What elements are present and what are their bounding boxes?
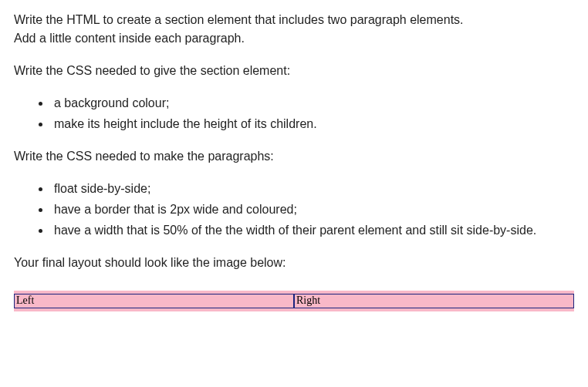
list-item: have a border that is 2px wide and colou… [51,200,574,219]
list-item: float side-by-side; [51,180,574,198]
demo-wrapper: Left Right [14,286,574,311]
section-css-intro: Write the CSS needed to give the section… [14,62,574,80]
para-css-intro: Write the CSS needed to make the paragra… [14,147,574,166]
section-css-list: a background colour; make its height inc… [14,94,574,133]
list-item: make its height include the height of it… [51,115,574,133]
list-item: have a width that is 50% of the the widt… [51,221,574,240]
intro-line-2: Add a little content inside each paragra… [14,32,245,45]
demo-paragraph-right: Right [294,294,574,308]
intro-line-1: Write the HTML to create a section eleme… [14,13,464,26]
final-layout-text: Your final layout should look like the i… [14,254,574,272]
demo-paragraph-left: Left [14,294,294,308]
demo-section: Left Right [14,291,574,311]
instructions-content: Write the HTML to create a section eleme… [14,11,574,311]
intro-paragraph: Write the HTML to create a section eleme… [14,11,574,48]
para-css-list: float side-by-side; have a border that i… [14,180,574,240]
list-item: a background colour; [51,94,574,113]
